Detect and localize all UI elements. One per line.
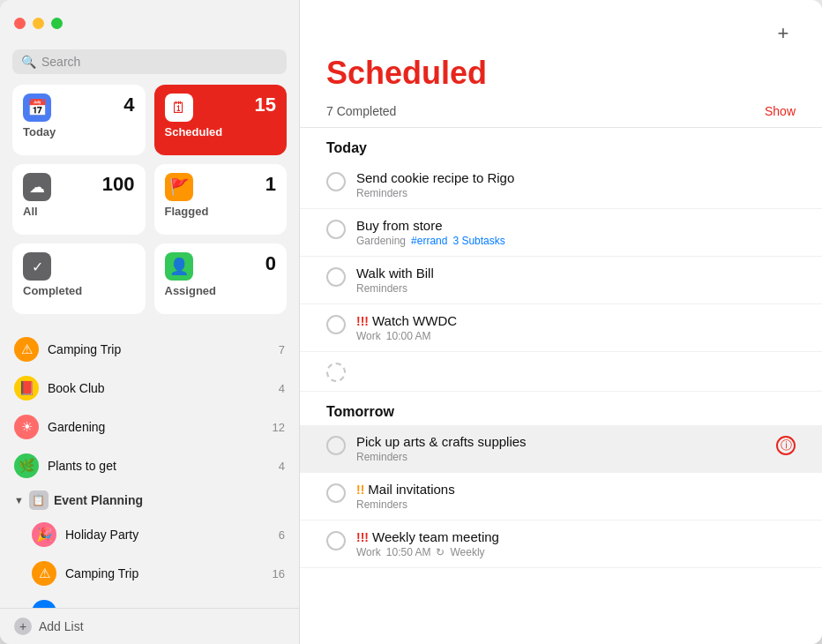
event-planning-icon: 📋: [29, 490, 49, 510]
reminder-body-6: Pick up arts & crafts supplies Reminders: [356, 434, 766, 463]
reminder-body-8: !!! Weekly team meeting Work 10:50 AM ↻ …: [356, 529, 796, 558]
smart-tile-today[interactable]: 📅 4 Today: [12, 85, 146, 155]
reminder-list-8: Work: [356, 546, 381, 558]
list-name-camping-trip: Camping Trip: [48, 342, 270, 356]
scheduled-count: 15: [255, 94, 276, 116]
reminder-walk-with-bill[interactable]: Walk with Bill Reminders: [300, 257, 822, 304]
reminder-repeat-label: Weekly: [450, 546, 484, 558]
event-planning-children: 🎉 Holiday Party 6 ⚠ Camping Trip 16: [0, 515, 299, 593]
main-panel: + Scheduled 7 Completed Show Today Send …: [300, 0, 822, 644]
list-name-camping-trip-2: Camping Trip: [65, 566, 264, 580]
list-count-camping-trip: 7: [279, 343, 285, 356]
completed-icon: ✓: [23, 252, 51, 281]
reminder-watch-wwdc[interactable]: !!! Watch WWDC Work 10:00 AM: [300, 304, 822, 352]
show-completed-button[interactable]: Show: [765, 104, 796, 118]
errand-tag[interactable]: #errand: [411, 235, 447, 247]
app-window: 🔍 Search 📅 4 Today 🗓 15 Scheduled: [0, 0, 822, 644]
repeat-icon: ↻: [436, 546, 445, 558]
smart-tile-all[interactable]: ☁ 100 All: [12, 164, 146, 235]
list-item-book-club[interactable]: 📕 Book Club 4: [0, 369, 299, 408]
search-icon: 🔍: [21, 55, 36, 69]
list-count-plants-to-get: 4: [279, 460, 285, 473]
today-count: 4: [123, 94, 134, 116]
add-reminder-button[interactable]: +: [771, 21, 796, 46]
reminder-list-1: Reminders: [356, 187, 407, 199]
reminder-circle-5[interactable]: [326, 363, 346, 382]
reminder-buy-from-store[interactable]: Buy from store Gardening #errand 3 Subta…: [300, 209, 822, 257]
smart-tile-scheduled[interactable]: 🗓 15 Scheduled: [154, 85, 288, 155]
assigned-icon: 👤: [165, 252, 193, 281]
reminder-title-3: Walk with Bill: [356, 266, 796, 281]
list-count-book-club: 4: [279, 382, 285, 395]
extra-list-icon: ●: [32, 600, 56, 608]
list-count-gardening: 12: [273, 421, 285, 434]
main-header: +: [300, 0, 822, 55]
add-list-icon: +: [14, 618, 32, 635]
list-section: ⚠ Camping Trip 7 📕 Book Club 4 ☀ Gardeni…: [0, 326, 299, 608]
scheduled-icon: 🗓: [165, 94, 193, 122]
reminder-title-4: !!! Watch WWDC: [356, 313, 796, 328]
search-placeholder: Search: [41, 55, 80, 69]
maximize-button[interactable]: [51, 18, 63, 29]
smart-tile-flagged[interactable]: 🚩 1 Flagged: [154, 164, 288, 235]
completed-row: 7 Completed Show: [300, 99, 822, 128]
reminder-list-7: Reminders: [356, 498, 407, 511]
smart-tile-completed[interactable]: ✓ Completed: [12, 243, 146, 314]
reminder-circle-7[interactable]: [326, 483, 346, 503]
reminder-list-6: Reminders: [356, 451, 407, 463]
list-name-book-club: Book Club: [48, 381, 270, 395]
list-item-camping-trip-2[interactable]: ⚠ Camping Trip 16: [0, 554, 299, 593]
add-list-button[interactable]: + Add List: [0, 608, 299, 644]
reminder-circle-1[interactable]: [326, 172, 346, 191]
reminder-subtitle-8: Work 10:50 AM ↻ Weekly: [356, 546, 796, 558]
reminder-list-4: Work: [356, 330, 381, 342]
reminder-list-2: Gardening: [356, 235, 406, 247]
reminder-circle-6[interactable]: [326, 436, 346, 455]
reminder-time-8: 10:50 AM: [386, 546, 431, 558]
close-button[interactable]: [14, 18, 26, 29]
info-button[interactable]: ⓘ: [776, 436, 796, 455]
list-item-plants-to-get[interactable]: 🌿 Plants to get 4: [0, 446, 299, 485]
list-item-camping-trip[interactable]: ⚠ Camping Trip 7: [0, 330, 299, 369]
subtasks-link[interactable]: 3 Subtasks: [452, 235, 504, 247]
reminder-send-cookie[interactable]: Send cookie recipe to Rigo Reminders: [300, 161, 822, 209]
reminder-list-3: Reminders: [356, 282, 407, 295]
reminder-pick-up-arts[interactable]: Pick up arts & crafts supplies Reminders…: [300, 425, 822, 473]
flagged-icon: 🚩: [165, 173, 193, 201]
search-bar[interactable]: 🔍 Search: [12, 49, 287, 74]
priority-high-icon-8: !!!: [356, 530, 369, 544]
book-club-icon: 📕: [14, 376, 39, 401]
reminder-body-7: !! Mail invitations Reminders: [356, 482, 796, 511]
completed-label: Completed: [23, 284, 135, 297]
reminders-scroll: Today Send cookie recipe to Rigo Reminde…: [300, 128, 822, 644]
add-list-label: Add List: [39, 619, 84, 633]
smart-tile-assigned[interactable]: 👤 0 Assigned: [154, 243, 288, 314]
list-item-holiday-party[interactable]: 🎉 Holiday Party 6: [0, 515, 299, 554]
list-item-extra[interactable]: ●: [0, 593, 299, 608]
reminder-body-4: !!! Watch WWDC Work 10:00 AM: [356, 313, 796, 342]
reminder-body-2: Buy from store Gardening #errand 3 Subta…: [356, 218, 796, 247]
assigned-label: Assigned: [165, 284, 277, 297]
event-planning-group-header[interactable]: ▼ 📋 Event Planning: [0, 485, 299, 515]
reminder-subtitle-1: Reminders: [356, 187, 796, 199]
event-planning-label: Event Planning: [54, 493, 143, 507]
reminder-title-6: Pick up arts & crafts supplies: [356, 434, 766, 449]
minimize-button[interactable]: [33, 18, 44, 29]
flagged-count: 1: [265, 173, 276, 196]
list-count-holiday-party: 6: [279, 528, 285, 542]
reminder-circle-8[interactable]: [326, 531, 346, 550]
all-icon: ☁: [23, 173, 51, 201]
reminder-title-1: Send cookie recipe to Rigo: [356, 170, 796, 185]
reminder-mail-invitations[interactable]: !! Mail invitations Reminders: [300, 473, 822, 520]
reminder-circle-4[interactable]: [326, 315, 346, 334]
reminder-weekly-meeting[interactable]: !!! Weekly team meeting Work 10:50 AM ↻ …: [300, 520, 822, 568]
reminder-empty[interactable]: [300, 352, 822, 392]
reminder-circle-3[interactable]: [326, 267, 346, 287]
reminder-subtitle-4: Work 10:00 AM: [356, 330, 796, 342]
reminder-circle-2[interactable]: [326, 220, 346, 239]
list-item-gardening[interactable]: ☀ Gardening 12: [0, 408, 299, 446]
section-header-today: Today: [300, 128, 822, 161]
reminder-subtitle-2: Gardening #errand 3 Subtasks: [356, 235, 796, 247]
reminder-time-4: 10:00 AM: [386, 330, 431, 342]
plants-to-get-icon: 🌿: [14, 453, 39, 478]
